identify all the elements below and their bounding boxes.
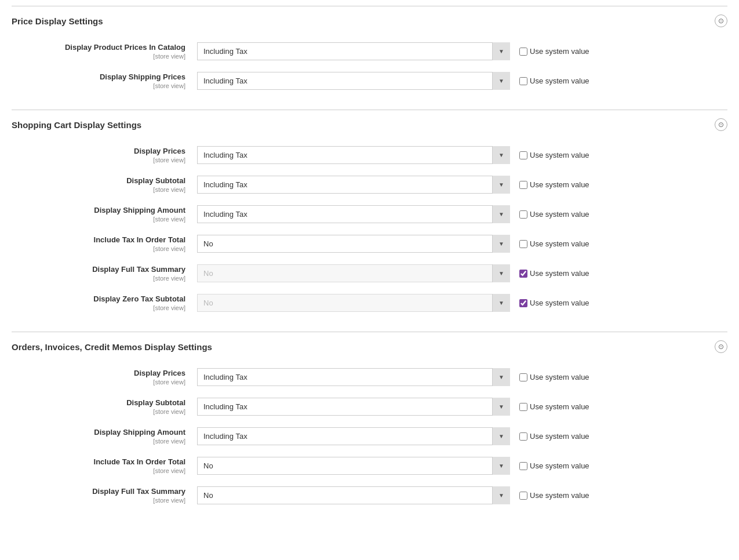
system-value-label-oi-display-shipping-amount[interactable]: Use system value xyxy=(519,432,589,441)
form-row-oi-display-prices: Display Prices[store view]Including TaxE… xyxy=(12,365,727,390)
field-label-display-shipping-prices: Display Shipping Prices xyxy=(12,72,185,81)
system-value-checkbox-sc-display-zero-tax-subtotal[interactable] xyxy=(519,299,527,307)
field-control-oi-include-tax-order-total: NoYes xyxy=(197,457,510,475)
select-display-product-prices[interactable]: Including TaxExcluding TaxIncluding and … xyxy=(197,42,510,60)
select-sc-display-full-tax-summary[interactable]: NoYes xyxy=(197,264,510,282)
section-orders-invoices-display: Orders, Invoices, Credit Memos Display S… xyxy=(12,332,727,524)
select-oi-display-prices[interactable]: Including TaxExcluding TaxIncluding and … xyxy=(197,368,510,386)
system-value-checkbox-oi-include-tax-order-total[interactable] xyxy=(519,462,527,470)
section-title-price-display: Price Display Settings xyxy=(12,16,103,26)
field-control-sc-display-zero-tax-subtotal: NoYes xyxy=(197,294,510,312)
select-wrap-sc-display-shipping-amount: Including TaxExcluding TaxIncluding and … xyxy=(197,205,510,223)
system-value-checkbox-oi-display-subtotal[interactable] xyxy=(519,403,527,411)
system-value-label-oi-display-subtotal[interactable]: Use system value xyxy=(519,402,589,411)
section-body-shopping-cart-display: Display Prices[store view]Including TaxE… xyxy=(12,137,727,332)
system-value-label-sc-display-full-tax-summary[interactable]: Use system value xyxy=(519,269,589,278)
field-control-sc-display-subtotal: Including TaxExcluding TaxIncluding and … xyxy=(197,176,510,194)
label-wrap-display-product-prices: Display Product Prices In Catalog[store … xyxy=(12,43,197,60)
system-value-text-oi-display-prices: Use system value xyxy=(530,373,589,381)
system-value-label-sc-display-zero-tax-subtotal[interactable]: Use system value xyxy=(519,299,589,307)
system-value-checkbox-sc-include-tax-order-total[interactable] xyxy=(519,240,527,248)
system-value-text-sc-display-zero-tax-subtotal: Use system value xyxy=(530,299,589,307)
system-value-checkbox-sc-display-shipping-amount[interactable] xyxy=(519,210,527,219)
system-value-wrap-sc-include-tax-order-total: Use system value xyxy=(510,239,614,248)
system-value-checkbox-display-shipping-prices[interactable] xyxy=(519,77,527,85)
system-value-text-sc-display-full-tax-summary: Use system value xyxy=(530,269,589,278)
section-header-shopping-cart-display: Shopping Cart Display Settings⊙ xyxy=(12,110,727,137)
system-value-checkbox-display-product-prices[interactable] xyxy=(519,48,527,56)
label-wrap-sc-display-prices: Display Prices[store view] xyxy=(12,147,197,163)
select-display-shipping-prices[interactable]: Including TaxExcluding TaxIncluding and … xyxy=(197,72,510,90)
select-wrap-display-shipping-prices: Including TaxExcluding TaxIncluding and … xyxy=(197,72,510,90)
select-oi-display-full-tax-summary[interactable]: NoYes xyxy=(197,486,510,504)
system-value-label-sc-include-tax-order-total[interactable]: Use system value xyxy=(519,239,589,248)
system-value-checkbox-sc-display-subtotal[interactable] xyxy=(519,181,527,189)
system-value-label-sc-display-subtotal[interactable]: Use system value xyxy=(519,180,589,189)
section-title-shopping-cart-display: Shopping Cart Display Settings xyxy=(12,120,141,130)
system-value-label-sc-display-shipping-amount[interactable]: Use system value xyxy=(519,210,589,219)
collapse-button-shopping-cart-display[interactable]: ⊙ xyxy=(715,118,727,131)
field-control-display-shipping-prices: Including TaxExcluding TaxIncluding and … xyxy=(197,72,510,90)
system-value-text-sc-display-shipping-amount: Use system value xyxy=(530,210,589,219)
system-value-label-oi-include-tax-order-total[interactable]: Use system value xyxy=(519,461,589,470)
form-row-oi-include-tax-order-total: Include Tax In Order Total[store view]No… xyxy=(12,453,727,478)
field-label-oi-display-full-tax-summary: Display Full Tax Summary xyxy=(12,487,185,496)
system-value-text-oi-display-full-tax-summary: Use system value xyxy=(530,491,589,500)
select-sc-display-prices[interactable]: Including TaxExcluding TaxIncluding and … xyxy=(197,146,510,164)
field-scope-sc-include-tax-order-total: [store view] xyxy=(12,245,185,252)
label-wrap-sc-display-subtotal: Display Subtotal[store view] xyxy=(12,176,197,193)
field-scope-sc-display-subtotal: [store view] xyxy=(12,186,185,193)
system-value-text-oi-display-shipping-amount: Use system value xyxy=(530,432,589,441)
system-value-wrap-display-shipping-prices: Use system value xyxy=(510,77,614,85)
field-control-sc-display-shipping-amount: Including TaxExcluding TaxIncluding and … xyxy=(197,205,510,223)
system-value-label-oi-display-prices[interactable]: Use system value xyxy=(519,373,589,381)
field-scope-display-product-prices: [store view] xyxy=(12,53,185,60)
label-wrap-oi-display-prices: Display Prices[store view] xyxy=(12,369,197,386)
section-header-orders-invoices-display: Orders, Invoices, Credit Memos Display S… xyxy=(12,332,727,359)
form-row-display-product-prices: Display Product Prices In Catalog[store … xyxy=(12,39,727,64)
system-value-wrap-oi-display-prices: Use system value xyxy=(510,373,614,381)
section-body-orders-invoices-display: Display Prices[store view]Including TaxE… xyxy=(12,359,727,524)
collapse-button-price-display[interactable]: ⊙ xyxy=(715,14,727,27)
field-label-oi-include-tax-order-total: Include Tax In Order Total xyxy=(12,457,185,466)
system-value-wrap-oi-include-tax-order-total: Use system value xyxy=(510,461,614,470)
select-oi-display-subtotal[interactable]: Including TaxExcluding TaxIncluding and … xyxy=(197,398,510,416)
field-scope-oi-display-prices: [store view] xyxy=(12,379,185,386)
field-scope-oi-include-tax-order-total: [store view] xyxy=(12,467,185,474)
system-value-label-display-product-prices[interactable]: Use system value xyxy=(519,47,589,56)
system-value-checkbox-sc-display-prices[interactable] xyxy=(519,151,527,159)
select-wrap-oi-include-tax-order-total: NoYes xyxy=(197,457,510,475)
label-wrap-sc-display-full-tax-summary: Display Full Tax Summary[store view] xyxy=(12,265,197,282)
form-row-sc-display-full-tax-summary: Display Full Tax Summary[store view]NoYe… xyxy=(12,261,727,286)
field-scope-display-shipping-prices: [store view] xyxy=(12,82,185,89)
select-wrap-oi-display-prices: Including TaxExcluding TaxIncluding and … xyxy=(197,368,510,386)
system-value-wrap-sc-display-shipping-amount: Use system value xyxy=(510,210,614,219)
select-oi-include-tax-order-total[interactable]: NoYes xyxy=(197,457,510,475)
collapse-button-orders-invoices-display[interactable]: ⊙ xyxy=(715,340,727,353)
form-row-sc-display-subtotal: Display Subtotal[store view]Including Ta… xyxy=(12,172,727,197)
select-sc-include-tax-order-total[interactable]: NoYes xyxy=(197,235,510,253)
system-value-text-sc-include-tax-order-total: Use system value xyxy=(530,239,589,248)
select-sc-display-shipping-amount[interactable]: Including TaxExcluding TaxIncluding and … xyxy=(197,205,510,223)
system-value-checkbox-oi-display-shipping-amount[interactable] xyxy=(519,432,527,441)
form-row-oi-display-subtotal: Display Subtotal[store view]Including Ta… xyxy=(12,394,727,419)
system-value-label-oi-display-full-tax-summary[interactable]: Use system value xyxy=(519,491,589,500)
field-label-oi-display-subtotal: Display Subtotal xyxy=(12,398,185,407)
select-sc-display-zero-tax-subtotal[interactable]: NoYes xyxy=(197,294,510,312)
section-header-price-display: Price Display Settings⊙ xyxy=(12,6,727,33)
select-wrap-oi-display-shipping-amount: Including TaxExcluding TaxIncluding and … xyxy=(197,427,510,445)
system-value-checkbox-oi-display-prices[interactable] xyxy=(519,373,527,381)
select-sc-display-subtotal[interactable]: Including TaxExcluding TaxIncluding and … xyxy=(197,176,510,194)
system-value-label-sc-display-prices[interactable]: Use system value xyxy=(519,151,589,159)
system-value-label-display-shipping-prices[interactable]: Use system value xyxy=(519,77,589,85)
field-control-oi-display-subtotal: Including TaxExcluding TaxIncluding and … xyxy=(197,398,510,416)
form-row-sc-include-tax-order-total: Include Tax In Order Total[store view]No… xyxy=(12,231,727,256)
system-value-checkbox-oi-display-full-tax-summary[interactable] xyxy=(519,492,527,500)
system-value-wrap-sc-display-full-tax-summary: Use system value xyxy=(510,269,614,278)
field-control-display-product-prices: Including TaxExcluding TaxIncluding and … xyxy=(197,42,510,60)
section-shopping-cart-display: Shopping Cart Display Settings⊙Display P… xyxy=(12,110,727,332)
system-value-checkbox-sc-display-full-tax-summary[interactable] xyxy=(519,270,527,278)
field-control-sc-display-prices: Including TaxExcluding TaxIncluding and … xyxy=(197,146,510,164)
select-oi-display-shipping-amount[interactable]: Including TaxExcluding TaxIncluding and … xyxy=(197,427,510,445)
field-scope-sc-display-shipping-amount: [store view] xyxy=(12,216,185,223)
